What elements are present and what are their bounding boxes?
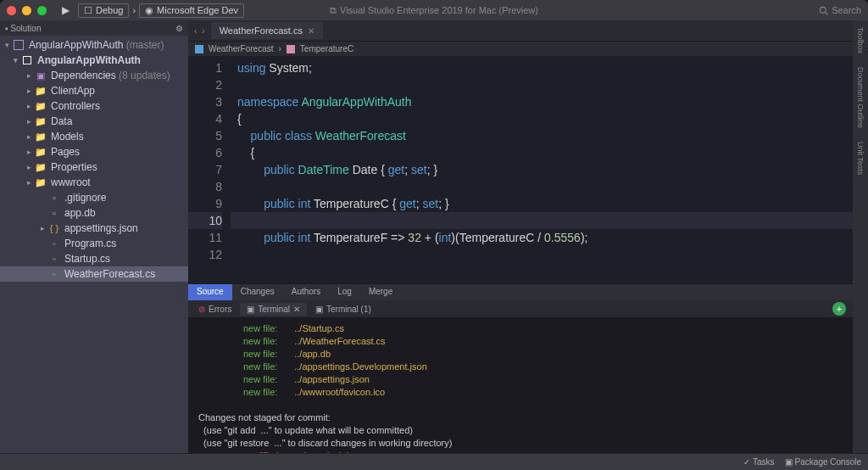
bottom-tab-log[interactable]: Log bbox=[329, 284, 360, 300]
folder-controllers[interactable]: ▸📁Controllers bbox=[0, 98, 188, 114]
bottom-tabstrip: Source Changes Authors Log Merge bbox=[188, 283, 853, 300]
code-body[interactable]: using System;namespace AngularAppWithAut… bbox=[231, 56, 853, 283]
close-icon[interactable]: ✕ bbox=[293, 305, 300, 314]
folder-clientapp[interactable]: ▸📁ClientApp bbox=[0, 83, 188, 98]
folder-data[interactable]: ▸📁Data bbox=[0, 114, 188, 129]
file-weatherforecast[interactable]: ▫WeatherForecast.cs bbox=[0, 266, 188, 282]
terminal-tab-terminal1[interactable]: ▣Terminal (1) bbox=[309, 303, 378, 316]
window-controls bbox=[7, 6, 47, 15]
file-appdb[interactable]: ▫app.db bbox=[0, 205, 188, 221]
folder-wwwroot[interactable]: ▸📁wwwroot bbox=[0, 175, 188, 190]
terminal-tabstrip: ⊘Errors ▣Terminal✕ ▣Terminal (1) + bbox=[188, 300, 853, 317]
status-tasks[interactable]: ✓Tasks bbox=[743, 457, 775, 467]
statusbar: ✓Tasks ▣Package Console bbox=[0, 453, 868, 470]
search-box[interactable]: Search bbox=[819, 5, 861, 15]
run-config-selector[interactable]: ☐Debug › ◉Microsoft Edge Dev bbox=[78, 3, 244, 18]
file-program[interactable]: ▫Program.cs bbox=[0, 236, 188, 251]
project-node[interactable]: ▾ AngularAppWithAuth bbox=[0, 53, 188, 68]
svg-line-1 bbox=[826, 12, 828, 14]
terminal-tab-errors[interactable]: ⊘Errors bbox=[192, 303, 238, 316]
folder-properties[interactable]: ▸📁Properties bbox=[0, 159, 188, 175]
main-area: ▪ Solution ⚙ ▾ AngularAppWithAuth (maste… bbox=[0, 20, 868, 453]
rail-unit-tests[interactable]: Unit Tests bbox=[856, 138, 865, 178]
bottom-tab-merge[interactable]: Merge bbox=[360, 284, 401, 300]
rail-doc-outline[interactable]: Document Outline bbox=[856, 64, 865, 131]
file-startup[interactable]: ▫Startup.cs bbox=[0, 251, 188, 266]
tab-nav-back[interactable]: ‹ bbox=[192, 26, 199, 36]
folder-pages[interactable]: ▸📁Pages bbox=[0, 144, 188, 159]
search-icon bbox=[819, 6, 828, 15]
terminal-tab-terminal[interactable]: ▣Terminal✕ bbox=[240, 303, 307, 316]
bottom-tab-source[interactable]: Source bbox=[188, 284, 232, 300]
dependencies-node[interactable]: ▸▣ Dependencies (8 updates) bbox=[0, 68, 188, 83]
window-title: ⧉Visual Studio Enterprise 2019 for Mac (… bbox=[330, 5, 538, 16]
solution-explorer: ▪ Solution ⚙ ▾ AngularAppWithAuth (maste… bbox=[0, 20, 188, 453]
status-package-console[interactable]: ▣Package Console bbox=[785, 457, 861, 467]
gear-icon[interactable]: ⚙ bbox=[175, 24, 183, 33]
tab-nav-fwd[interactable]: › bbox=[199, 26, 207, 36]
rail-toolbox[interactable]: Toolbox bbox=[856, 24, 865, 57]
editor-area: ‹ › WeatherForecast.cs✕ WeatherForecast … bbox=[188, 20, 853, 453]
class-icon bbox=[195, 45, 203, 53]
bottom-tab-changes[interactable]: Changes bbox=[232, 284, 283, 300]
folder-models[interactable]: ▸📁Models bbox=[0, 129, 188, 144]
file-appsettings[interactable]: ▸{ }appsettings.json bbox=[0, 221, 188, 236]
solution-tree: ▾ AngularAppWithAuth (master) ▾ AngularA… bbox=[0, 36, 188, 453]
close-window-button[interactable] bbox=[7, 6, 16, 15]
minimize-window-button[interactable] bbox=[22, 6, 31, 15]
bottom-tab-authors[interactable]: Authors bbox=[283, 284, 329, 300]
maximize-window-button[interactable] bbox=[37, 6, 47, 15]
solution-explorer-header: ▪ Solution ⚙ bbox=[0, 20, 188, 36]
titlebar: ▶ ☐Debug › ◉Microsoft Edge Dev ⧉Visual S… bbox=[0, 0, 868, 20]
close-icon[interactable]: ✕ bbox=[308, 26, 314, 36]
svg-point-0 bbox=[821, 7, 826, 13]
run-button[interactable]: ▶ bbox=[62, 4, 70, 16]
property-icon bbox=[287, 45, 295, 53]
solution-root[interactable]: ▾ AngularAppWithAuth (master) bbox=[0, 37, 188, 53]
right-rail: Toolbox Document Outline Unit Tests bbox=[853, 20, 868, 453]
editor-tabstrip: ‹ › WeatherForecast.cs✕ bbox=[188, 20, 853, 41]
app-window: ▶ ☐Debug › ◉Microsoft Edge Dev ⧉Visual S… bbox=[0, 0, 868, 470]
line-gutter: 1 2 3 4 5 6 7 8 9 10 11 12 bbox=[188, 56, 231, 283]
editor-tab-weatherforecast[interactable]: WeatherForecast.cs✕ bbox=[211, 22, 323, 39]
breadcrumb[interactable]: WeatherForecast › TemperatureC bbox=[188, 41, 853, 56]
add-terminal-button[interactable]: + bbox=[832, 302, 846, 316]
file-gitignore[interactable]: ▫.gitignore bbox=[0, 190, 188, 205]
code-editor[interactable]: 1 2 3 4 5 6 7 8 9 10 11 12 using System;… bbox=[188, 56, 853, 283]
terminal[interactable]: new file: ../Startup.cs new file: ../Wea… bbox=[188, 317, 853, 453]
